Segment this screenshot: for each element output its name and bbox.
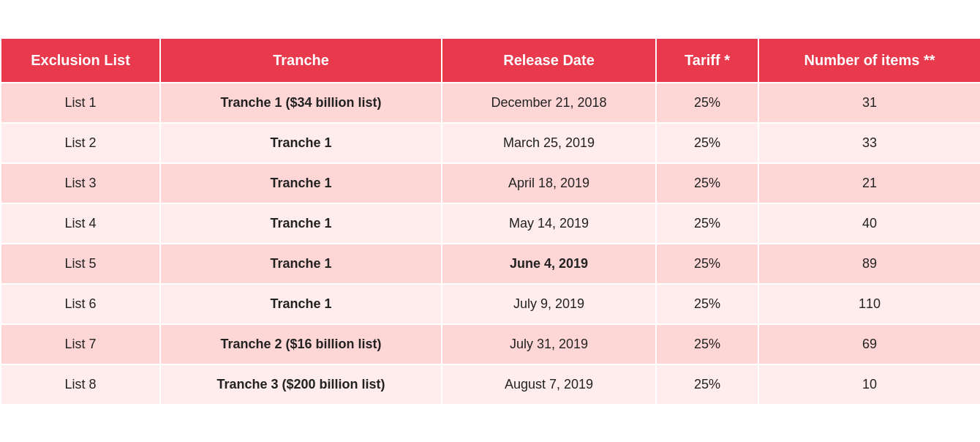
exclusion-list-cell: List 8 bbox=[1, 364, 160, 405]
tariff-cell: 25% bbox=[656, 324, 758, 364]
header-release-date: Release Date bbox=[442, 38, 656, 83]
table-row: List 1Tranche 1 ($34 billion list)Decemb… bbox=[1, 83, 980, 123]
release-date-cell: July 31, 2019 bbox=[442, 324, 656, 364]
items-cell: 69 bbox=[758, 324, 980, 364]
tranche-cell: Tranche 1 bbox=[160, 284, 442, 324]
table-row: List 7Tranche 2 ($16 billion list)July 3… bbox=[1, 324, 980, 364]
tariff-cell: 25% bbox=[656, 284, 758, 324]
items-cell: 110 bbox=[758, 284, 980, 324]
header-row: Exclusion List Tranche Release Date Tari… bbox=[1, 38, 980, 83]
items-cell: 21 bbox=[758, 163, 980, 203]
tranche-cell: Tranche 1 bbox=[160, 123, 442, 163]
exclusion-list-cell: List 2 bbox=[1, 123, 160, 163]
exclusion-list-cell: List 7 bbox=[1, 324, 160, 364]
table-row: List 4Tranche 1May 14, 201925%40 bbox=[1, 203, 980, 244]
items-cell: 89 bbox=[758, 244, 980, 284]
release-date-cell: May 14, 2019 bbox=[442, 203, 656, 244]
exclusion-list-cell: List 6 bbox=[1, 284, 160, 324]
release-date-cell: July 9, 2019 bbox=[442, 284, 656, 324]
tranche-cell: Tranche 1 bbox=[160, 203, 442, 244]
header-number-of-items: Number of items ** bbox=[758, 38, 980, 83]
table-row: List 8Tranche 3 ($200 billion list)Augus… bbox=[1, 364, 980, 405]
main-table-container: Exclusion List Tranche Release Date Tari… bbox=[0, 37, 980, 405]
table-row: List 2Tranche 1March 25, 201925%33 bbox=[1, 123, 980, 163]
tranche-cell: Tranche 1 bbox=[160, 244, 442, 284]
header-exclusion-list: Exclusion List bbox=[1, 38, 160, 83]
release-date-cell: April 18, 2019 bbox=[442, 163, 656, 203]
table-row: List 3Tranche 1April 18, 201925%21 bbox=[1, 163, 980, 203]
tariff-cell: 25% bbox=[656, 163, 758, 203]
items-cell: 33 bbox=[758, 123, 980, 163]
exclusion-list-table: Exclusion List Tranche Release Date Tari… bbox=[0, 37, 980, 405]
release-date-cell: June 4, 2019 bbox=[442, 244, 656, 284]
release-date-cell: December 21, 2018 bbox=[442, 83, 656, 123]
tariff-cell: 25% bbox=[656, 83, 758, 123]
items-cell: 31 bbox=[758, 83, 980, 123]
items-cell: 10 bbox=[758, 364, 980, 405]
exclusion-list-cell: List 4 bbox=[1, 203, 160, 244]
exclusion-list-cell: List 3 bbox=[1, 163, 160, 203]
tranche-cell: Tranche 2 ($16 billion list) bbox=[160, 324, 442, 364]
tariff-cell: 25% bbox=[656, 244, 758, 284]
release-date-cell: March 25, 2019 bbox=[442, 123, 656, 163]
exclusion-list-cell: List 1 bbox=[1, 83, 160, 123]
tariff-cell: 25% bbox=[656, 123, 758, 163]
exclusion-list-cell: List 5 bbox=[1, 244, 160, 284]
tariff-cell: 25% bbox=[656, 203, 758, 244]
tariff-cell: 25% bbox=[656, 364, 758, 405]
tranche-cell: Tranche 3 ($200 billion list) bbox=[160, 364, 442, 405]
table-row: List 6Tranche 1July 9, 201925%110 bbox=[1, 284, 980, 324]
tranche-cell: Tranche 1 bbox=[160, 163, 442, 203]
tranche-cell: Tranche 1 ($34 billion list) bbox=[160, 83, 442, 123]
table-row: List 5Tranche 1June 4, 201925%89 bbox=[1, 244, 980, 284]
header-tranche: Tranche bbox=[160, 38, 442, 83]
release-date-cell: August 7, 2019 bbox=[442, 364, 656, 405]
header-tariff: Tariff * bbox=[656, 38, 758, 83]
items-cell: 40 bbox=[758, 203, 980, 244]
